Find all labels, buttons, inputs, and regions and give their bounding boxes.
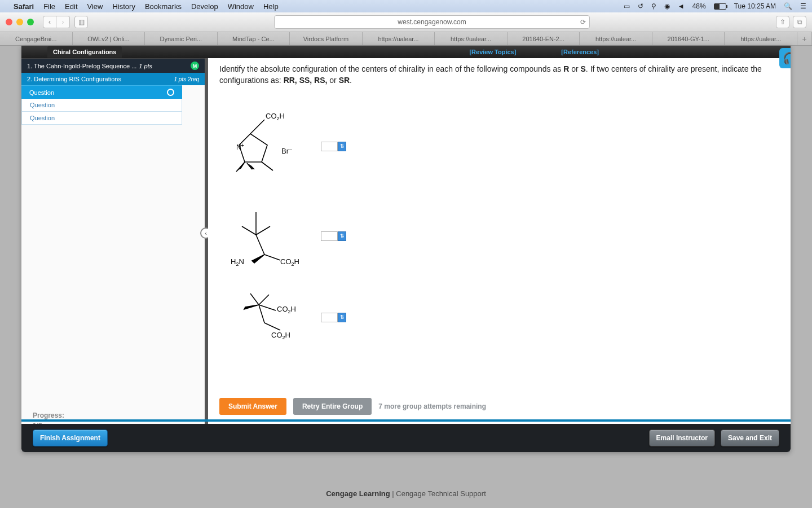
attempts-remaining: 7 more group attempts remaining (378, 402, 486, 410)
tab-5[interactable]: https://ualear... (363, 32, 435, 45)
window-zoom[interactable] (27, 19, 34, 25)
assignment-header: Chiral Configurations [Review Topics] [R… (21, 46, 791, 58)
assignment-card: 🎧 Chiral Configurations [Review Topics] … (21, 46, 791, 452)
email-instructor-button[interactable]: Email Instructor (649, 430, 715, 446)
menu-view[interactable]: View (87, 2, 103, 11)
new-tab-button[interactable]: + (797, 32, 812, 45)
svg-text:CO2H: CO2H (266, 112, 285, 121)
tab-4[interactable]: Virdocs Platform (290, 32, 363, 45)
safari-toolbar: ‹ › ▥ west.cengagenow.com ⟳ ⇧ ⧉ (0, 12, 812, 32)
support-headset-icon[interactable]: 🎧 (779, 48, 791, 68)
svg-marker-3 (236, 162, 245, 172)
reload-icon[interactable]: ⟳ (580, 18, 586, 26)
answer-select-1[interactable]: ⇅ (321, 142, 346, 151)
cengage-footer: Cengage Learning | Cengage Technical Sup… (0, 489, 812, 498)
volume-icon[interactable]: ◄ (678, 2, 685, 10)
url-bar[interactable]: west.cengagenow.com ⟳ (274, 15, 590, 29)
dropdown-icon[interactable]: ⇅ (338, 142, 346, 151)
question-nav: 1. The Cahn-Ingold-Prelog Sequence ...1 … (21, 58, 205, 452)
molecule-3: CO2H CO2H (219, 282, 304, 352)
share-button[interactable]: ⇧ (776, 16, 789, 28)
mac-menubar: Safari File Edit View History Bookmarks … (0, 0, 812, 12)
svg-line-13 (256, 226, 270, 235)
window-minimize[interactable] (16, 19, 23, 25)
menu-edit[interactable]: Edit (65, 2, 77, 11)
svg-line-11 (242, 226, 256, 235)
svg-text:Br⁻: Br⁻ (281, 147, 293, 155)
svg-text:+: + (241, 142, 244, 148)
finish-assignment-button[interactable]: Finish Assignment (33, 430, 108, 446)
menu-window[interactable]: Window (228, 2, 254, 11)
tab-7[interactable]: 201640-EN-2... (508, 32, 580, 45)
molecule-2: H2N CO2H (219, 201, 304, 271)
status-circle-icon (167, 89, 174, 96)
menu-develop[interactable]: Develop (191, 2, 218, 11)
svg-line-24 (264, 323, 280, 330)
spotlight-icon[interactable]: 🔍 (784, 2, 792, 10)
assignment-footer: Finish Assignment Email Instructor Save … (21, 424, 791, 452)
question-main: Identify the absolute configuration of t… (208, 58, 791, 452)
tab-8[interactable]: https://ualear... (580, 32, 652, 45)
dropdown-icon[interactable]: ⇅ (338, 231, 346, 241)
tab-9[interactable]: 201640-GY-1... (652, 32, 725, 45)
references-link[interactable]: [References] (561, 49, 599, 55)
svg-line-21 (259, 305, 276, 310)
nav-item-2[interactable]: 2. Determining R/S Configurations 1 pts … (21, 73, 205, 85)
window-close[interactable] (6, 19, 12, 25)
tab-10[interactable]: https://ualear... (725, 32, 797, 45)
tab-0[interactable]: CengageBrai... (0, 32, 73, 45)
menu-icon[interactable]: ☰ (800, 2, 806, 10)
svg-text:N: N (236, 143, 241, 151)
nav-item-1[interactable]: 1. The Cahn-Ingold-Prelog Sequence ...1 … (21, 58, 205, 73)
save-exit-button[interactable]: Save and Exit (721, 430, 779, 446)
tab-strip: CengageBrai... OWLv2 | Onli... Dynamic P… (0, 32, 812, 46)
menu-bookmarks[interactable]: Bookmarks (145, 2, 182, 11)
sidebar-button[interactable]: ▥ (74, 16, 88, 28)
svg-text:CO2H: CO2H (280, 257, 299, 267)
battery-percent: 48% (692, 2, 706, 10)
svg-marker-2 (250, 120, 264, 134)
molecule-1: CO2H + N Br⁻ (219, 103, 304, 190)
svg-text:CO2H: CO2H (277, 305, 296, 314)
menu-history[interactable]: History (112, 2, 135, 11)
tab-6[interactable]: https://ualear... (435, 32, 508, 45)
svg-marker-22 (244, 305, 259, 309)
tabs-button[interactable]: ⧉ (793, 16, 806, 28)
question-row[interactable]: Question (21, 99, 182, 112)
question-row-active[interactable]: Question (21, 85, 182, 99)
submit-answer-button[interactable]: Submit Answer (219, 398, 286, 415)
svg-text:CO2H: CO2H (271, 331, 290, 340)
back-button[interactable]: ‹ (43, 16, 56, 28)
retry-group-button[interactable]: Retry Entire Group (293, 398, 372, 415)
answer-select-2[interactable]: ⇅ (321, 231, 346, 241)
answer-select-3[interactable]: ⇅ (321, 313, 346, 322)
battery-icon[interactable] (714, 3, 726, 10)
svg-marker-15 (252, 255, 264, 263)
svg-line-1 (262, 162, 273, 170)
app-name[interactable]: Safari (14, 2, 34, 11)
dropdown-icon[interactable]: ⇅ (338, 313, 346, 322)
wifi-icon[interactable]: ◉ (664, 2, 670, 10)
svg-line-23 (259, 305, 264, 323)
assignment-title: Chiral Configurations (47, 46, 122, 58)
timemachine-icon[interactable]: ↺ (638, 2, 643, 10)
airplay-icon[interactable]: ▭ (624, 2, 630, 10)
tab-3[interactable]: MindTap - Ce... (218, 32, 290, 45)
question-prompt: Identify the absolute configuration of t… (219, 64, 779, 86)
forward-button[interactable]: › (56, 16, 70, 28)
tab-2[interactable]: Dynamic Peri... (145, 32, 218, 45)
review-topics-link[interactable]: [Review Topics] (469, 49, 516, 55)
divider (21, 419, 791, 422)
svg-text:H2N: H2N (231, 257, 244, 267)
tab-1[interactable]: OWLv2 | Onli... (73, 32, 145, 45)
clock[interactable]: Tue 10:25 AM (734, 2, 776, 10)
menu-file[interactable]: File (43, 2, 55, 11)
bluetooth-icon[interactable]: ⚲ (651, 2, 656, 10)
mastered-badge: M (191, 62, 199, 70)
svg-line-16 (264, 255, 280, 260)
url-text: west.cengagenow.com (398, 18, 466, 26)
svg-line-20 (259, 295, 269, 305)
menu-help[interactable]: Help (263, 2, 279, 11)
svg-line-19 (250, 294, 259, 305)
question-row[interactable]: Question (21, 112, 182, 125)
